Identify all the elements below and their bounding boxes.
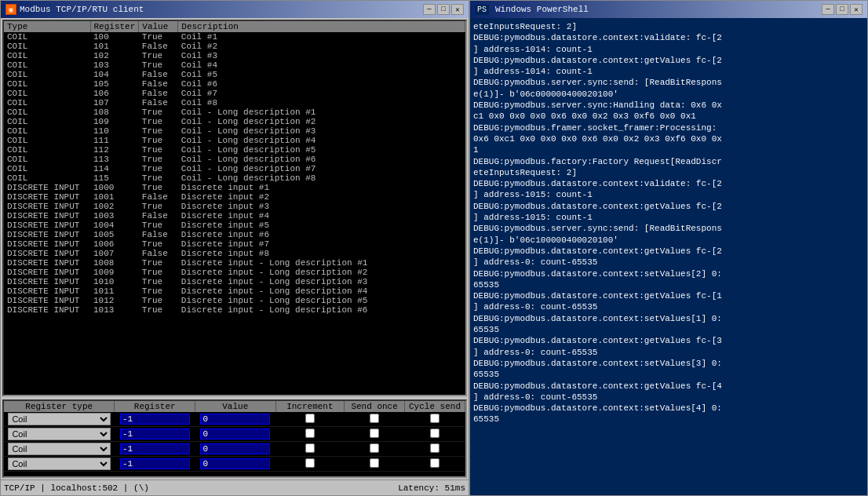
register-input[interactable]	[120, 414, 190, 425]
ps-line: DEBUG:pymodbus.datastore.context:getValu…	[473, 290, 864, 301]
increment-checkbox[interactable]	[305, 443, 315, 453]
table-row[interactable]: COIL102TrueCoil #3	[4, 51, 465, 60]
left-window-title: Modbus TCP/IP/RTU client	[20, 5, 144, 14]
send-row: CoilDiscrete InputHolding RegisterInput …	[4, 412, 465, 427]
status-bar: TCP/IP | localhost:502 | (\) Latency: 51…	[1, 480, 469, 495]
maximize-button[interactable]: □	[437, 4, 450, 15]
ps-line: 0x6 0xc1 0x0 0x0 0x0 0x6 0x0 0x2 0x3 0xf…	[473, 133, 864, 144]
send-once-checkbox[interactable]	[370, 414, 379, 423]
table-row[interactable]: COIL101FalseCoil #2	[4, 42, 465, 51]
table-row[interactable]: DISCRETE INPUT1002TrueDiscrete input #3	[4, 202, 465, 211]
register-input[interactable]	[120, 458, 190, 469]
right-window: PS Windows PowerShell ─ □ ✕ eteInputsReq…	[469, 0, 868, 496]
send-once-checkbox[interactable]	[370, 443, 379, 453]
register-type-select[interactable]: CoilDiscrete InputHolding RegisterInput …	[8, 428, 110, 440]
table-row[interactable]: DISCRETE INPUT1005FalseDiscrete input #6	[4, 230, 465, 239]
increment-checkbox[interactable]	[305, 458, 315, 468]
send-panel: Register type Register Value Increment S…	[2, 399, 467, 478]
table-row[interactable]: COIL111TrueCoil - Long description #4	[4, 136, 465, 145]
send-once-checkbox[interactable]	[370, 458, 379, 468]
table-row[interactable]: DISCRETE INPUT1011TrueDiscrete input - L…	[4, 286, 465, 296]
table-row[interactable]: COIL105FalseCoil #6	[4, 79, 465, 89]
register-input[interactable]	[120, 443, 190, 454]
ps-line: ] address-1014: count-1	[473, 44, 864, 55]
table-row[interactable]: DISCRETE INPUT1003FalseDiscrete input #4	[4, 211, 465, 221]
table-row[interactable]: COIL115TrueCoil - Long description #8	[4, 173, 465, 183]
table-row[interactable]: COIL107FalseCoil #8	[4, 98, 465, 108]
send-table: Register type Register Value Increment S…	[4, 401, 465, 472]
send-col-value: Value	[195, 401, 275, 412]
value-input[interactable]	[200, 429, 270, 439]
ps-line: ] address-0: count-65535	[473, 257, 864, 268]
table-row[interactable]: DISCRETE INPUT1013TrueDiscrete input - L…	[4, 305, 465, 315]
table-row[interactable]: DISCRETE INPUT1009TrueDiscrete input - L…	[4, 268, 465, 277]
table-row[interactable]: COIL114TrueCoil - Long description #7	[4, 164, 465, 173]
table-row[interactable]: COIL109TrueCoil - Long description #2	[4, 117, 465, 126]
table-row[interactable]: COIL110TrueCoil - Long description #3	[4, 126, 465, 136]
ps-line: DEBUG:pymodbus.datastore.context:setValu…	[473, 403, 864, 414]
table-row[interactable]: DISCRETE INPUT1000TrueDiscrete input #1	[4, 183, 465, 192]
ps-line: DEBUG:pymodbus.datastore.context:validat…	[473, 32, 864, 43]
table-row[interactable]: COIL100TrueCoil #1	[4, 32, 465, 42]
table-row[interactable]: COIL108TrueCoil - Long description #1	[4, 108, 465, 117]
cycle-send-checkbox[interactable]	[430, 458, 439, 468]
ps-close-button[interactable]: ✕	[850, 4, 863, 15]
table-row[interactable]: DISCRETE INPUT1001FalseDiscrete input #2	[4, 192, 465, 202]
ps-line: DEBUG:pymodbus.server.sync:send: [ReadBi…	[473, 77, 864, 88]
value-input[interactable]	[200, 443, 270, 454]
register-type-select[interactable]: CoilDiscrete InputHolding RegisterInput …	[8, 458, 110, 470]
table-row[interactable]: DISCRETE INPUT1008TrueDiscrete input - L…	[4, 258, 465, 268]
table-row[interactable]: DISCRETE INPUT1010TrueDiscrete input - L…	[4, 277, 465, 286]
ps-title-controls: ─ □ ✕	[822, 4, 863, 15]
table-row[interactable]: COIL103TrueCoil #4	[4, 60, 465, 70]
ps-line: DEBUG:pymodbus.datastore.context:getValu…	[473, 246, 864, 257]
table-row[interactable]: DISCRETE INPUT1004TrueDiscrete input #5	[4, 221, 465, 230]
ps-line: DEBUG:pymodbus.framer.socket_framer:Proc…	[473, 122, 864, 133]
ps-line: 65535	[473, 414, 864, 425]
cycle-send-checkbox[interactable]	[430, 443, 439, 453]
table-row[interactable]: COIL104FalseCoil #5	[4, 70, 465, 79]
ps-line: e(1)]- b'06c000000400020100'	[473, 89, 864, 100]
ps-content[interactable]: eteInputsRequest: 2]DEBUG:pymodbus.datas…	[470, 18, 867, 495]
value-input[interactable]	[200, 458, 270, 469]
minimize-button[interactable]: ─	[423, 4, 436, 15]
data-table: Type Register Value Description COIL100T…	[4, 21, 465, 315]
ps-icon: PS	[475, 5, 489, 15]
ps-line: ] address-0: count-65535	[473, 347, 864, 358]
ps-line: DEBUG:pymodbus.datastore.context:setValu…	[473, 313, 864, 324]
table-row[interactable]: COIL113TrueCoil - Long description #6	[4, 155, 465, 164]
ps-line: eteInputsRequest: 2]	[473, 21, 864, 32]
ps-minimize-button[interactable]: ─	[822, 4, 834, 15]
cycle-send-checkbox[interactable]	[430, 429, 439, 438]
send-once-checkbox[interactable]	[370, 429, 379, 438]
left-window: ▣ Modbus TCP/IP/RTU client ─ □ ✕ Type Re…	[0, 0, 469, 496]
register-type-select[interactable]: CoilDiscrete InputHolding RegisterInput …	[8, 443, 110, 455]
send-row: CoilDiscrete InputHolding RegisterInput …	[4, 427, 465, 442]
ps-line: DEBUG:pymodbus.server.sync:Handling data…	[473, 100, 864, 111]
main-content: Type Register Value Description COIL100T…	[1, 18, 469, 480]
ps-maximize-button[interactable]: □	[836, 4, 848, 15]
table-row[interactable]: DISCRETE INPUT1007FalseDiscrete input #8	[4, 249, 465, 258]
table-row[interactable]: DISCRETE INPUT1006TrueDiscrete input #7	[4, 239, 465, 249]
register-input[interactable]	[120, 429, 190, 439]
close-button[interactable]: ✕	[451, 4, 464, 15]
ps-line: 65535	[473, 369, 864, 380]
ps-line: DEBUG:pymodbus.datastore.context:getValu…	[473, 335, 864, 346]
value-input[interactable]	[200, 414, 270, 425]
table-row[interactable]: COIL106FalseCoil #7	[4, 89, 465, 98]
ps-line: DEBUG:pymodbus.factory:Factory Request[R…	[473, 156, 864, 167]
table-scroll[interactable]: Type Register Value Description COIL100T…	[4, 21, 465, 381]
ps-line: e(1)]- b'06c100000400020100'	[473, 235, 864, 246]
send-col-sendonce: Send once	[345, 401, 405, 412]
increment-checkbox[interactable]	[305, 429, 315, 438]
table-row[interactable]: COIL112TrueCoil - Long description #5	[4, 145, 465, 155]
ps-line: DEBUG:pymodbus.server.sync:send: [ReadBi…	[473, 223, 864, 234]
increment-checkbox[interactable]	[305, 414, 315, 423]
table-row[interactable]: DISCRETE INPUT1012TrueDiscrete input - L…	[4, 296, 465, 305]
register-type-select[interactable]: CoilDiscrete InputHolding RegisterInput …	[8, 413, 110, 425]
cycle-send-checkbox[interactable]	[430, 414, 439, 423]
ps-line: DEBUG:pymodbus.datastore.context:getValu…	[473, 55, 864, 66]
col-type: Type	[4, 21, 90, 32]
ps-line: ] address-0: count-65535	[473, 392, 864, 403]
col-register: Register	[90, 21, 139, 32]
